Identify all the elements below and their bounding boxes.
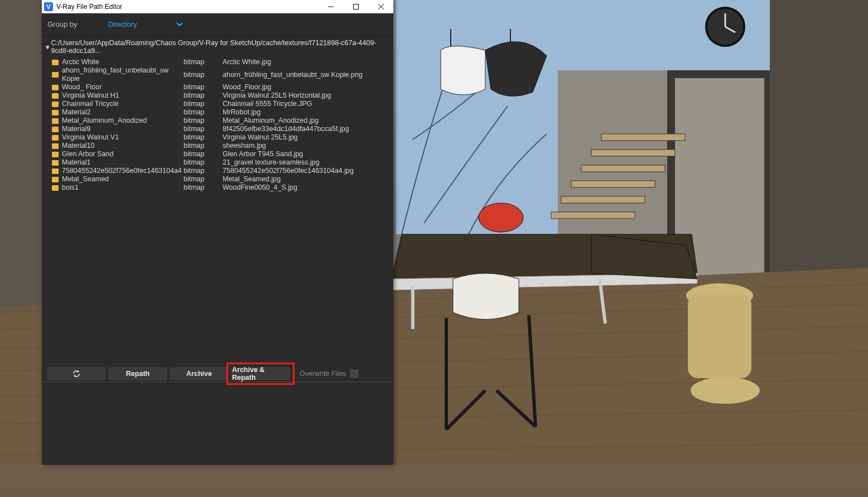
file-row[interactable]: Material1bitmap21_gravel texture-seamles… bbox=[52, 158, 393, 167]
file-type: bitmap bbox=[184, 117, 223, 125]
refresh-button[interactable] bbox=[47, 368, 105, 380]
folder-icon bbox=[52, 118, 59, 124]
svg-rect-18 bbox=[591, 149, 675, 156]
file-type: bitmap bbox=[184, 158, 223, 167]
file-filename: Metal_Aluminum_Anodized.jpg bbox=[223, 117, 319, 125]
svg-rect-27 bbox=[688, 295, 751, 378]
file-row[interactable]: Material2bitmapMrRobot.jpg bbox=[52, 108, 393, 117]
bottom-bar: Repath Archive Archive & Repath Overwrit… bbox=[42, 365, 393, 382]
file-name: Chainmail Tricycle bbox=[62, 100, 184, 108]
file-type: bitmap bbox=[184, 71, 223, 79]
file-type: bitmap bbox=[184, 83, 223, 91]
maximize-button[interactable] bbox=[343, 0, 368, 13]
folder-icon bbox=[52, 93, 59, 99]
file-filename: 7580455242e502f756e0fec1463104a4.jpg bbox=[223, 167, 354, 175]
file-type: bitmap bbox=[184, 58, 223, 66]
folder-icon bbox=[52, 135, 59, 141]
groupby-value: Directory bbox=[108, 20, 137, 28]
overwrite-files: Overwrite Files bbox=[300, 370, 358, 378]
file-type: bitmap bbox=[184, 91, 223, 100]
file-name: Material10 bbox=[62, 142, 184, 150]
svg-point-20 bbox=[479, 203, 523, 232]
file-type: bitmap bbox=[184, 125, 223, 133]
file-name: Virginia Walnut V1 bbox=[62, 133, 184, 142]
file-filename: sheesham.jpg bbox=[223, 142, 266, 150]
collapse-icon[interactable]: ▾ bbox=[44, 43, 51, 51]
file-row[interactable]: Virginia Walnut H1bitmapVirginia Walnut … bbox=[52, 91, 393, 100]
file-row[interactable]: Chainmail TricyclebitmapChainmail 5555 T… bbox=[52, 100, 393, 108]
file-filename: MrRobot.jpg bbox=[223, 108, 261, 117]
file-type: bitmap bbox=[184, 133, 223, 142]
file-filename: Arctic White.jpg bbox=[223, 58, 271, 66]
groupby-row: Group by Directory bbox=[42, 13, 393, 36]
file-row[interactable]: 7580455242e502f756e0fec1463104a4bitmap75… bbox=[52, 167, 393, 175]
file-row[interactable]: Material9bitmap8f42505efbe33e4dc1d4dfa44… bbox=[52, 125, 393, 133]
file-row[interactable]: bois1bitmapWoodFine0050_4_S.jpg bbox=[52, 184, 393, 192]
svg-rect-19 bbox=[601, 134, 685, 141]
file-row[interactable]: Wood_ FloorbitmapWood_Floor.jpg bbox=[52, 83, 393, 91]
overwrite-label: Overwrite Files bbox=[300, 370, 346, 378]
folder-icon bbox=[52, 127, 59, 132]
file-type: bitmap bbox=[184, 175, 223, 184]
close-button[interactable] bbox=[368, 0, 393, 13]
file-row[interactable]: ahorn_frühling_fast_unbelaubt_sw Kopiebi… bbox=[52, 66, 393, 83]
svg-rect-16 bbox=[571, 181, 655, 187]
file-name: Material2 bbox=[62, 108, 184, 117]
svg-rect-14 bbox=[551, 212, 635, 219]
file-filename: WoodFine0050_4_S.jpg bbox=[223, 184, 297, 192]
file-row[interactable]: Glen Arbor SandbitmapGlen Arbor T945 San… bbox=[52, 150, 393, 158]
file-filename: Virginia Walnut 25L5.jpg bbox=[223, 133, 298, 142]
file-name: Wood_ Floor bbox=[62, 83, 184, 91]
file-type: bitmap bbox=[184, 142, 223, 150]
groupby-label: Group by bbox=[47, 20, 77, 28]
file-type: bitmap bbox=[184, 108, 223, 117]
folder-icon bbox=[52, 143, 59, 149]
chevron-down-icon bbox=[176, 20, 183, 28]
file-name: Virginia Walnut H1 bbox=[62, 91, 184, 100]
folder-icon bbox=[52, 102, 59, 107]
file-name: Metal_Seamed bbox=[62, 175, 184, 184]
overwrite-checkbox[interactable] bbox=[350, 370, 358, 378]
minimize-button[interactable] bbox=[318, 0, 343, 13]
archive-repath-button[interactable]: Archive & Repath bbox=[232, 368, 290, 380]
file-name: Glen Arbor Sand bbox=[62, 150, 184, 158]
file-filename: 21_gravel texture-seamless.jpg bbox=[223, 158, 320, 167]
repath-button[interactable]: Repath bbox=[109, 368, 167, 380]
folder-icon bbox=[52, 85, 59, 90]
file-name: Material9 bbox=[62, 125, 184, 133]
window-title: V-Ray File Path Editor bbox=[56, 3, 122, 11]
file-name: bois1 bbox=[62, 184, 184, 192]
titlebar[interactable]: V V-Ray File Path Editor bbox=[42, 0, 393, 13]
file-row[interactable]: Metal_Aluminum_AnodizedbitmapMetal_Alumi… bbox=[52, 117, 393, 125]
folder-icon bbox=[52, 160, 59, 166]
tree-path: C:/Users/User/AppData/Roaming/Chaos Grou… bbox=[51, 39, 389, 55]
file-row[interactable]: Arctic WhitebitmapArctic White.jpg bbox=[52, 58, 393, 66]
folder-icon bbox=[52, 152, 59, 157]
vray-icon: V bbox=[44, 2, 53, 11]
svg-rect-17 bbox=[581, 165, 665, 172]
folder-icon bbox=[52, 177, 59, 182]
file-row[interactable]: Virginia Walnut V1bitmapVirginia Walnut … bbox=[52, 133, 393, 142]
file-name: Arctic White bbox=[62, 58, 184, 66]
file-row[interactable]: Metal_SeamedbitmapMetal_Seamed.jpg bbox=[52, 175, 393, 184]
archive-button[interactable]: Archive bbox=[170, 368, 228, 380]
files-list: Arctic WhitebitmapArctic White.jpgahorn_… bbox=[42, 58, 393, 192]
file-filename: ahorn_frühling_fast_unbelaubt_sw Kopie.p… bbox=[223, 71, 363, 79]
tree-path-row[interactable]: ▾ C:/Users/User/AppData/Roaming/Chaos Gr… bbox=[42, 36, 393, 58]
groupby-dropdown[interactable]: Directory bbox=[108, 20, 182, 28]
file-path-editor-panel: V V-Ray File Path Editor Group by Direct… bbox=[42, 0, 393, 465]
file-name: 7580455242e502f756e0fec1463104a4 bbox=[62, 167, 184, 175]
file-type: bitmap bbox=[184, 167, 223, 175]
file-name: ahorn_frühling_fast_unbelaubt_sw Kopie bbox=[62, 66, 184, 83]
svg-point-28 bbox=[691, 377, 760, 404]
svg-rect-15 bbox=[561, 196, 645, 203]
folder-icon bbox=[52, 60, 59, 65]
file-name: Metal_Aluminum_Anodized bbox=[62, 117, 184, 125]
file-row[interactable]: Material10bitmapsheesham.jpg bbox=[52, 142, 393, 150]
file-filename: Virginia Walnut 25L5 Horizontal.jpg bbox=[223, 91, 331, 100]
file-type: bitmap bbox=[184, 184, 223, 192]
svg-rect-33 bbox=[353, 4, 358, 9]
file-filename: Chainmail 5555 Tricycle.JPG bbox=[223, 100, 312, 108]
file-filename: 8f42505efbe33e4dc1d4dfa447bcca5f.jpg bbox=[223, 125, 349, 133]
file-filename: Wood_Floor.jpg bbox=[223, 83, 271, 91]
